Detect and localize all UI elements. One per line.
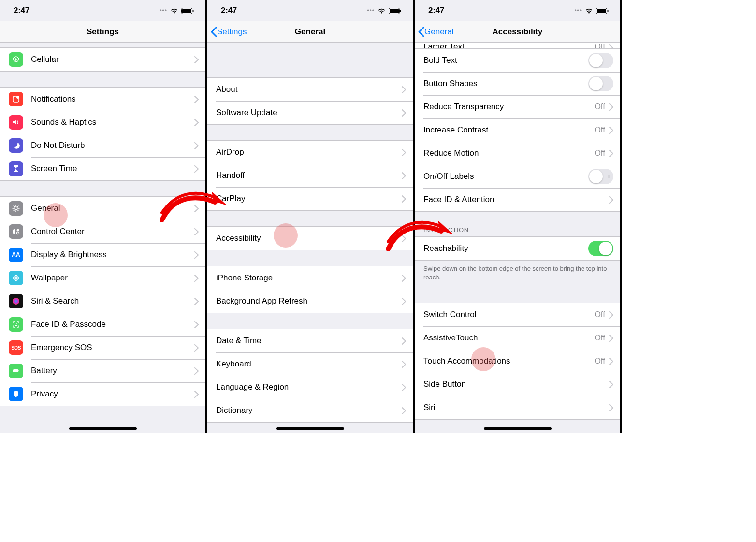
row-about[interactable]: About xyxy=(207,78,413,101)
toggle-switch[interactable] xyxy=(588,241,613,256)
row-label: Reduce Motion xyxy=(423,148,595,158)
chevron-right-icon xyxy=(609,404,613,411)
chevron-right-icon xyxy=(194,298,199,305)
row-larger-text-clipped[interactable]: Larger TextOff xyxy=(415,43,620,48)
status-bar: 2:47 ••• xyxy=(207,0,413,21)
home-indicator[interactable] xyxy=(69,427,137,430)
accessibility-list[interactable]: Larger TextOffBold TextButton ShapesRedu… xyxy=(415,43,620,427)
row-control-center[interactable]: Control Center xyxy=(0,220,205,243)
row-carplay[interactable]: CarPlay xyxy=(207,187,413,210)
chevron-right-icon xyxy=(402,149,406,156)
general-list[interactable]: AboutSoftware UpdateAirDropHandoffCarPla… xyxy=(207,43,413,427)
chevron-right-icon xyxy=(194,205,199,212)
row-siri-search[interactable]: Siri & Search xyxy=(0,290,205,313)
row-display-brightness[interactable]: AADisplay & Brightness xyxy=(0,243,205,266)
row-keyboard[interactable]: Keyboard xyxy=(207,352,413,376)
row-cellular[interactable]: Cellular xyxy=(0,48,205,71)
row-wallpaper[interactable]: Wallpaper xyxy=(0,266,205,290)
row-emergency-sos[interactable]: SOSEmergency SOS xyxy=(0,336,205,359)
svg-point-7 xyxy=(17,229,19,232)
row-software-update[interactable]: Software Update xyxy=(207,101,413,124)
svg-rect-21 xyxy=(608,10,609,12)
row-reachability[interactable]: Reachability xyxy=(415,237,620,260)
chevron-right-icon xyxy=(402,337,406,345)
row-side-button[interactable]: Side Button xyxy=(415,373,620,396)
chevron-right-icon xyxy=(194,275,199,282)
svg-rect-20 xyxy=(597,9,606,13)
row-privacy[interactable]: Privacy xyxy=(0,382,205,406)
chevron-right-icon xyxy=(402,235,406,242)
privacy-icon xyxy=(9,387,23,401)
chevron-right-icon xyxy=(609,335,613,342)
row-airdrop[interactable]: AirDrop xyxy=(207,141,413,164)
chevron-right-icon xyxy=(194,165,199,173)
row-label: Language & Region xyxy=(216,382,402,392)
row-general[interactable]: General xyxy=(0,197,205,220)
chevron-right-icon xyxy=(194,96,199,103)
row-label: Reduce Transparency xyxy=(423,102,595,112)
row-button-shapes[interactable]: Button Shapes xyxy=(415,72,620,95)
chevron-right-icon xyxy=(194,142,199,149)
row-label: Button Shapes xyxy=(423,79,588,88)
controlcenter-icon xyxy=(9,224,23,239)
toggle-switch[interactable] xyxy=(588,169,613,184)
row-reduce-motion[interactable]: Reduce MotionOff xyxy=(415,142,620,165)
row-date-time[interactable]: Date & Time xyxy=(207,329,413,352)
row-accessibility[interactable]: Accessibility xyxy=(207,227,413,250)
toggle-switch[interactable] xyxy=(588,53,613,68)
home-indicator[interactable] xyxy=(276,427,344,430)
row-label: Display & Brightness xyxy=(31,250,194,260)
row-reduce-transparency[interactable]: Reduce TransparencyOff xyxy=(415,95,620,118)
chevron-right-icon xyxy=(609,311,613,319)
row-screen-time[interactable]: Screen Time xyxy=(0,157,205,180)
wifi-icon xyxy=(378,8,386,14)
settings-group: AirDropHandoffCarPlay xyxy=(207,140,413,211)
navbar: Settings xyxy=(0,21,205,43)
row-background-app-refresh[interactable]: Background App Refresh xyxy=(207,290,413,313)
row-switch-control[interactable]: Switch ControlOff xyxy=(415,303,620,326)
back-button[interactable]: General xyxy=(418,27,453,37)
svg-rect-2 xyxy=(193,10,194,12)
row-battery[interactable]: Battery xyxy=(0,359,205,382)
wifi-icon xyxy=(585,8,593,14)
row-touch-accommodations[interactable]: Touch AccommodationsOff xyxy=(415,350,620,373)
chevron-right-icon xyxy=(402,361,406,368)
row-label: Battery xyxy=(31,366,194,376)
row-face-id-passcode[interactable]: Face ID & Passcode xyxy=(0,313,205,336)
row-label: On/Off Labels xyxy=(423,172,588,181)
row-bold-text[interactable]: Bold Text xyxy=(415,49,620,72)
status-bar: 2:47 ••• xyxy=(415,0,620,21)
svg-point-5 xyxy=(15,207,17,210)
toggle-switch[interactable] xyxy=(588,76,613,91)
row-do-not-disturb[interactable]: Do Not Disturb xyxy=(0,134,205,157)
svg-rect-18 xyxy=(400,10,401,12)
battery-icon xyxy=(9,364,23,378)
home-indicator[interactable] xyxy=(484,427,552,430)
svg-rect-14 xyxy=(13,369,18,372)
settings-group: Switch ControlOffAssistiveTouchOffTouch … xyxy=(415,303,620,420)
chevron-right-icon xyxy=(609,103,613,111)
row-label: Reachability xyxy=(423,244,588,253)
status-indicators: ••• xyxy=(574,7,609,14)
row-handoff[interactable]: Handoff xyxy=(207,164,413,187)
more-dots-icon: ••• xyxy=(367,7,375,14)
row-dictionary[interactable]: Dictionary xyxy=(207,399,413,422)
row-increase-contrast[interactable]: Increase ContrastOff xyxy=(415,118,620,142)
chevron-right-icon xyxy=(402,195,406,203)
row-label: Screen Time xyxy=(31,164,194,174)
row-assistivetouch[interactable]: AssistiveTouchOff xyxy=(415,326,620,350)
row-siri[interactable]: Siri xyxy=(415,396,620,419)
back-button[interactable]: Settings xyxy=(210,27,247,37)
row-face-id-attention[interactable]: Face ID & Attention xyxy=(415,188,620,211)
chevron-right-icon xyxy=(194,367,199,375)
chevron-right-icon xyxy=(609,381,613,388)
chevron-right-icon xyxy=(609,196,613,204)
row-on-off-labels[interactable]: On/Off Labels xyxy=(415,165,620,188)
row-notifications[interactable]: Notifications xyxy=(0,88,205,111)
chevron-right-icon xyxy=(194,119,199,126)
chevron-right-icon xyxy=(194,321,199,328)
row-sounds-haptics[interactable]: Sounds & Haptics xyxy=(0,111,205,134)
row-language-region[interactable]: Language & Region xyxy=(207,376,413,399)
row-iphone-storage[interactable]: iPhone Storage xyxy=(207,266,413,290)
settings-list[interactable]: CellularNotificationsSounds & HapticsDo … xyxy=(0,43,205,427)
